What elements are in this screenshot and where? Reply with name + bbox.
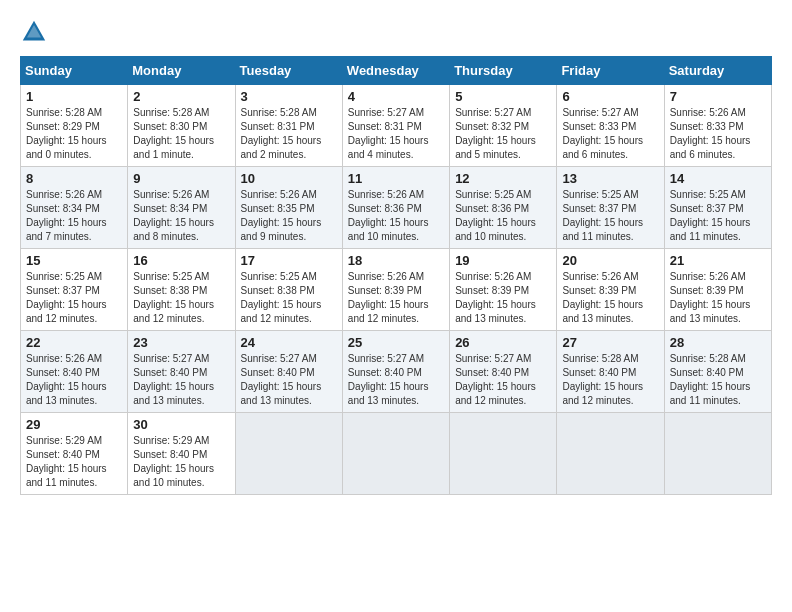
day-info: Sunrise: 5:27 AMSunset: 8:40 PMDaylight:… <box>133 352 229 408</box>
day-number: 8 <box>26 171 122 186</box>
day-info: Sunrise: 5:26 AMSunset: 8:39 PMDaylight:… <box>670 270 766 326</box>
calendar-cell: 9Sunrise: 5:26 AMSunset: 8:34 PMDaylight… <box>128 167 235 249</box>
calendar-cell <box>450 413 557 495</box>
calendar-cell: 12Sunrise: 5:25 AMSunset: 8:36 PMDayligh… <box>450 167 557 249</box>
day-number: 1 <box>26 89 122 104</box>
day-info: Sunrise: 5:26 AMSunset: 8:33 PMDaylight:… <box>670 106 766 162</box>
calendar-cell: 19Sunrise: 5:26 AMSunset: 8:39 PMDayligh… <box>450 249 557 331</box>
calendar-week-2: 8Sunrise: 5:26 AMSunset: 8:34 PMDaylight… <box>21 167 772 249</box>
calendar-week-3: 15Sunrise: 5:25 AMSunset: 8:37 PMDayligh… <box>21 249 772 331</box>
calendar-cell: 30Sunrise: 5:29 AMSunset: 8:40 PMDayligh… <box>128 413 235 495</box>
day-info: Sunrise: 5:27 AMSunset: 8:40 PMDaylight:… <box>455 352 551 408</box>
day-info: Sunrise: 5:28 AMSunset: 8:29 PMDaylight:… <box>26 106 122 162</box>
calendar-cell: 16Sunrise: 5:25 AMSunset: 8:38 PMDayligh… <box>128 249 235 331</box>
weekday-header-wednesday: Wednesday <box>342 57 449 85</box>
day-info: Sunrise: 5:25 AMSunset: 8:37 PMDaylight:… <box>670 188 766 244</box>
logo-icon <box>20 18 48 46</box>
day-number: 13 <box>562 171 658 186</box>
calendar-cell: 6Sunrise: 5:27 AMSunset: 8:33 PMDaylight… <box>557 85 664 167</box>
day-number: 24 <box>241 335 337 350</box>
weekday-header-thursday: Thursday <box>450 57 557 85</box>
calendar-cell: 25Sunrise: 5:27 AMSunset: 8:40 PMDayligh… <box>342 331 449 413</box>
calendar-cell: 3Sunrise: 5:28 AMSunset: 8:31 PMDaylight… <box>235 85 342 167</box>
page: SundayMondayTuesdayWednesdayThursdayFrid… <box>0 0 792 612</box>
day-info: Sunrise: 5:28 AMSunset: 8:40 PMDaylight:… <box>562 352 658 408</box>
day-info: Sunrise: 5:28 AMSunset: 8:30 PMDaylight:… <box>133 106 229 162</box>
weekday-header-saturday: Saturday <box>664 57 771 85</box>
day-info: Sunrise: 5:27 AMSunset: 8:31 PMDaylight:… <box>348 106 444 162</box>
day-number: 20 <box>562 253 658 268</box>
day-number: 29 <box>26 417 122 432</box>
calendar-cell: 23Sunrise: 5:27 AMSunset: 8:40 PMDayligh… <box>128 331 235 413</box>
day-info: Sunrise: 5:26 AMSunset: 8:39 PMDaylight:… <box>348 270 444 326</box>
day-number: 7 <box>670 89 766 104</box>
day-number: 17 <box>241 253 337 268</box>
day-info: Sunrise: 5:29 AMSunset: 8:40 PMDaylight:… <box>133 434 229 490</box>
calendar-cell: 21Sunrise: 5:26 AMSunset: 8:39 PMDayligh… <box>664 249 771 331</box>
day-number: 27 <box>562 335 658 350</box>
calendar-cell: 17Sunrise: 5:25 AMSunset: 8:38 PMDayligh… <box>235 249 342 331</box>
day-number: 14 <box>670 171 766 186</box>
calendar-cell: 15Sunrise: 5:25 AMSunset: 8:37 PMDayligh… <box>21 249 128 331</box>
day-info: Sunrise: 5:27 AMSunset: 8:40 PMDaylight:… <box>241 352 337 408</box>
weekday-header-friday: Friday <box>557 57 664 85</box>
calendar-cell: 1Sunrise: 5:28 AMSunset: 8:29 PMDaylight… <box>21 85 128 167</box>
weekday-header-tuesday: Tuesday <box>235 57 342 85</box>
logo <box>20 16 52 46</box>
day-number: 19 <box>455 253 551 268</box>
calendar-week-1: 1Sunrise: 5:28 AMSunset: 8:29 PMDaylight… <box>21 85 772 167</box>
calendar-header-row: SundayMondayTuesdayWednesdayThursdayFrid… <box>21 57 772 85</box>
calendar-cell: 10Sunrise: 5:26 AMSunset: 8:35 PMDayligh… <box>235 167 342 249</box>
day-number: 4 <box>348 89 444 104</box>
calendar-table: SundayMondayTuesdayWednesdayThursdayFrid… <box>20 56 772 495</box>
day-number: 30 <box>133 417 229 432</box>
day-number: 2 <box>133 89 229 104</box>
day-number: 3 <box>241 89 337 104</box>
day-number: 28 <box>670 335 766 350</box>
calendar-cell: 7Sunrise: 5:26 AMSunset: 8:33 PMDaylight… <box>664 85 771 167</box>
weekday-header-sunday: Sunday <box>21 57 128 85</box>
day-info: Sunrise: 5:26 AMSunset: 8:34 PMDaylight:… <box>133 188 229 244</box>
calendar-cell: 29Sunrise: 5:29 AMSunset: 8:40 PMDayligh… <box>21 413 128 495</box>
day-number: 6 <box>562 89 658 104</box>
calendar-cell: 14Sunrise: 5:25 AMSunset: 8:37 PMDayligh… <box>664 167 771 249</box>
day-number: 22 <box>26 335 122 350</box>
calendar-cell: 26Sunrise: 5:27 AMSunset: 8:40 PMDayligh… <box>450 331 557 413</box>
calendar-cell: 18Sunrise: 5:26 AMSunset: 8:39 PMDayligh… <box>342 249 449 331</box>
day-info: Sunrise: 5:26 AMSunset: 8:34 PMDaylight:… <box>26 188 122 244</box>
calendar-cell: 4Sunrise: 5:27 AMSunset: 8:31 PMDaylight… <box>342 85 449 167</box>
header <box>20 16 772 46</box>
day-number: 26 <box>455 335 551 350</box>
day-number: 25 <box>348 335 444 350</box>
calendar-week-4: 22Sunrise: 5:26 AMSunset: 8:40 PMDayligh… <box>21 331 772 413</box>
calendar-cell: 24Sunrise: 5:27 AMSunset: 8:40 PMDayligh… <box>235 331 342 413</box>
calendar-cell: 22Sunrise: 5:26 AMSunset: 8:40 PMDayligh… <box>21 331 128 413</box>
calendar-cell <box>342 413 449 495</box>
day-info: Sunrise: 5:26 AMSunset: 8:39 PMDaylight:… <box>455 270 551 326</box>
day-info: Sunrise: 5:25 AMSunset: 8:37 PMDaylight:… <box>562 188 658 244</box>
calendar-cell: 27Sunrise: 5:28 AMSunset: 8:40 PMDayligh… <box>557 331 664 413</box>
weekday-header-monday: Monday <box>128 57 235 85</box>
calendar-cell <box>235 413 342 495</box>
day-number: 21 <box>670 253 766 268</box>
day-info: Sunrise: 5:26 AMSunset: 8:35 PMDaylight:… <box>241 188 337 244</box>
day-info: Sunrise: 5:25 AMSunset: 8:38 PMDaylight:… <box>241 270 337 326</box>
day-info: Sunrise: 5:29 AMSunset: 8:40 PMDaylight:… <box>26 434 122 490</box>
day-number: 16 <box>133 253 229 268</box>
day-number: 5 <box>455 89 551 104</box>
day-info: Sunrise: 5:26 AMSunset: 8:36 PMDaylight:… <box>348 188 444 244</box>
calendar-cell: 11Sunrise: 5:26 AMSunset: 8:36 PMDayligh… <box>342 167 449 249</box>
day-info: Sunrise: 5:27 AMSunset: 8:32 PMDaylight:… <box>455 106 551 162</box>
day-info: Sunrise: 5:28 AMSunset: 8:31 PMDaylight:… <box>241 106 337 162</box>
day-info: Sunrise: 5:25 AMSunset: 8:36 PMDaylight:… <box>455 188 551 244</box>
calendar-cell: 13Sunrise: 5:25 AMSunset: 8:37 PMDayligh… <box>557 167 664 249</box>
day-info: Sunrise: 5:27 AMSunset: 8:33 PMDaylight:… <box>562 106 658 162</box>
day-number: 18 <box>348 253 444 268</box>
calendar-cell <box>664 413 771 495</box>
day-number: 11 <box>348 171 444 186</box>
day-info: Sunrise: 5:25 AMSunset: 8:38 PMDaylight:… <box>133 270 229 326</box>
calendar-cell: 28Sunrise: 5:28 AMSunset: 8:40 PMDayligh… <box>664 331 771 413</box>
calendar-cell: 2Sunrise: 5:28 AMSunset: 8:30 PMDaylight… <box>128 85 235 167</box>
day-number: 10 <box>241 171 337 186</box>
day-info: Sunrise: 5:26 AMSunset: 8:40 PMDaylight:… <box>26 352 122 408</box>
